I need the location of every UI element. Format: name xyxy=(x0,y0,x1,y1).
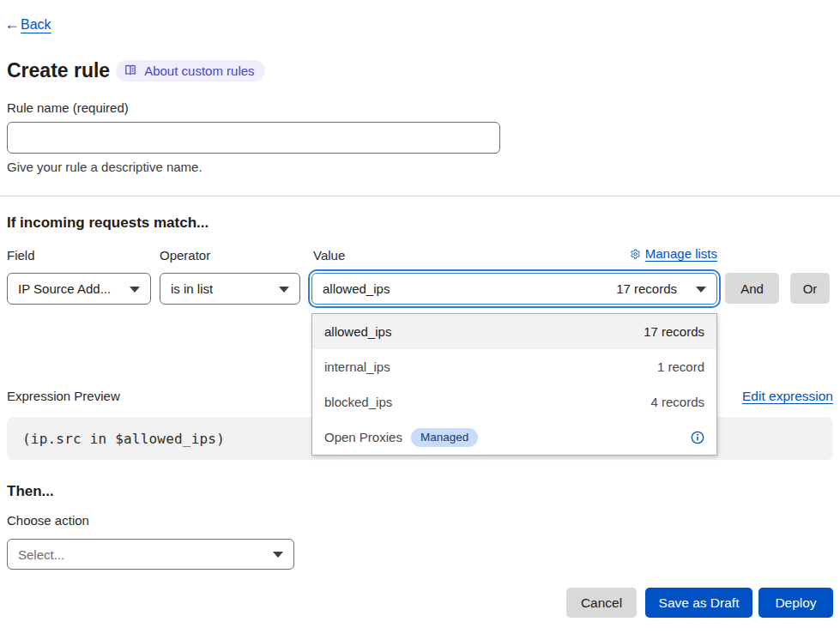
save-as-draft-button[interactable]: Save as Draft xyxy=(645,588,752,618)
list-item-name: allowed_ips xyxy=(324,324,391,339)
list-item-internal-ips[interactable]: internal_ips 1 record xyxy=(312,349,716,384)
value-select-records: 17 records xyxy=(616,281,677,296)
list-item-blocked-ips[interactable]: blocked_ips 4 records xyxy=(312,384,716,420)
or-button[interactable]: Or xyxy=(790,273,830,304)
rule-name-helper: Give your rule a descriptive name. xyxy=(7,160,833,175)
list-item-name: blocked_ips xyxy=(324,395,392,409)
manage-lists-link[interactable]: Manage lists xyxy=(630,247,717,261)
action-select[interactable]: Select... xyxy=(7,539,294,570)
manage-lists-label: Manage lists xyxy=(645,247,717,261)
deploy-button[interactable]: Deploy xyxy=(758,588,833,618)
about-badge-label: About custom rules xyxy=(144,63,254,78)
list-item-records: 1 record xyxy=(657,359,704,374)
expression-code: (ip.src in $allowed_ips) xyxy=(22,431,225,447)
field-select-value: IP Source Add... xyxy=(18,281,111,296)
operator-select[interactable]: is in list xyxy=(160,273,300,305)
create-rule-page: ←Back Create rule About custom rules Rul… xyxy=(0,0,840,618)
value-select-value: allowed_ips xyxy=(323,281,390,296)
expression-preview-label: Expression Preview xyxy=(7,389,120,404)
chevron-down-icon xyxy=(130,287,140,293)
cancel-button[interactable]: Cancel xyxy=(566,588,637,618)
section-divider xyxy=(0,196,840,196)
chevron-down-icon xyxy=(696,287,706,293)
list-item-name: internal_ips xyxy=(324,359,390,374)
list-item-name: Open Proxies xyxy=(324,430,402,444)
chevron-down-icon xyxy=(273,552,283,558)
list-item-allowed-ips[interactable]: allowed_ips 17 records xyxy=(312,314,716,349)
managed-badge: Managed xyxy=(411,428,478,447)
operator-column-label: Operator xyxy=(160,249,210,263)
back-link-label: Back xyxy=(21,17,51,33)
list-item-records: 4 records xyxy=(650,395,704,409)
rule-name-label: Rule name (required) xyxy=(7,100,833,116)
value-dropdown-menu: allowed_ips 17 records internal_ips 1 re… xyxy=(311,313,717,456)
value-select[interactable]: allowed_ips 17 records xyxy=(311,273,717,305)
page-title: Create rule xyxy=(7,59,110,82)
action-select-placeholder: Select... xyxy=(18,547,64,562)
list-item-records: 17 records xyxy=(644,324,704,339)
operator-select-value: is in list xyxy=(171,281,213,296)
about-custom-rules-badge[interactable]: About custom rules xyxy=(116,60,264,82)
choose-action-label: Choose action xyxy=(7,513,833,528)
info-icon[interactable] xyxy=(691,431,704,444)
gear-icon xyxy=(630,249,641,260)
value-column-label: Value xyxy=(313,249,345,263)
then-heading: Then... xyxy=(7,483,833,500)
book-icon xyxy=(124,63,137,77)
rule-name-input[interactable] xyxy=(7,122,500,154)
back-link[interactable]: ←Back xyxy=(7,15,51,33)
back-arrow-icon: ← xyxy=(4,15,20,33)
edit-expression-link[interactable]: Edit expression xyxy=(742,389,833,404)
chevron-down-icon xyxy=(279,287,289,293)
and-button[interactable]: And xyxy=(725,273,779,304)
field-column-label: Field xyxy=(7,249,35,263)
match-section-heading: If incoming requests match... xyxy=(7,214,833,232)
field-select[interactable]: IP Source Add... xyxy=(7,273,151,305)
list-item-open-proxies[interactable]: Open Proxies Managed xyxy=(312,420,716,455)
